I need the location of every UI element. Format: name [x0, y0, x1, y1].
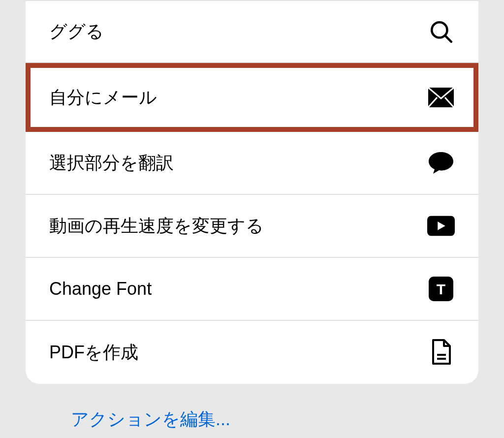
- video-icon: [427, 212, 455, 240]
- svg-text:T: T: [437, 281, 445, 297]
- svg-line-1: [445, 35, 451, 42]
- action-row-change-font[interactable]: Change Font T: [26, 258, 478, 321]
- action-row-google[interactable]: ググる: [26, 0, 478, 63]
- chat-icon: [427, 149, 455, 177]
- edit-actions-link[interactable]: アクションを編集...: [71, 409, 230, 429]
- action-label: 動画の再生速度を変更する: [49, 214, 264, 238]
- action-row-video-speed[interactable]: 動画の再生速度を変更する: [26, 195, 478, 258]
- footer: アクションを編集...: [47, 389, 254, 438]
- action-sheet: ググる 自分にメール 選択部分を翻訳 動画の再生速度を変更する: [26, 0, 478, 384]
- document-icon: [427, 339, 455, 366]
- action-label: ググる: [49, 20, 104, 44]
- action-label: Change Font: [49, 279, 152, 299]
- action-row-create-pdf[interactable]: PDFを作成: [26, 321, 478, 384]
- action-label: PDFを作成: [49, 341, 138, 365]
- action-row-translate[interactable]: 選択部分を翻訳: [26, 132, 478, 195]
- text-icon: T: [427, 275, 455, 303]
- action-label: 自分にメール: [49, 86, 157, 110]
- search-icon: [427, 18, 455, 45]
- mail-icon: [427, 84, 455, 111]
- action-label: 選択部分を翻訳: [49, 151, 174, 175]
- action-row-mail-self[interactable]: 自分にメール: [26, 63, 478, 132]
